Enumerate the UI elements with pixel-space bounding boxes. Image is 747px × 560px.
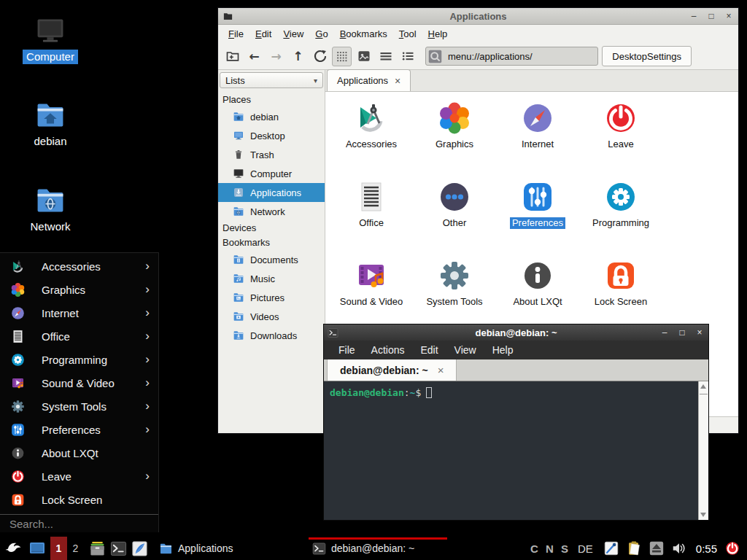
menu-item-label: Lock Screen xyxy=(42,494,150,506)
sidebar-item-pictures[interactable]: Pictures xyxy=(218,288,325,307)
icon-view-button[interactable] xyxy=(332,47,352,66)
start-menu-item-about-lxqt[interactable]: About LXQt xyxy=(0,441,158,464)
start-menu-button[interactable] xyxy=(4,539,23,558)
desktop-icon-computer[interactable]: Computer xyxy=(12,15,88,64)
music-folder-icon xyxy=(233,273,244,284)
thumbnail-view-button[interactable] xyxy=(354,47,374,66)
start-menu-item-sound-video[interactable]: Sound & Video › xyxy=(0,371,158,394)
sidebar-item-network[interactable]: Network xyxy=(218,202,325,221)
terminal-tab[interactable]: debian@debian: ~ × xyxy=(327,359,457,381)
detailed-list-button[interactable] xyxy=(398,47,417,66)
sidebar-item-music[interactable]: Music xyxy=(218,269,325,288)
fm-menu-bookmarks[interactable]: Bookmarks xyxy=(334,28,393,39)
close-button[interactable]: × xyxy=(724,11,734,21)
screenshot-tray-icon[interactable] xyxy=(603,540,619,556)
sidebar-item-videos[interactable]: Videos xyxy=(218,307,325,326)
app-icon-other[interactable]: Other xyxy=(413,179,496,258)
sidebar-item-documents[interactable]: Documents xyxy=(218,250,325,269)
pager-desktop-1[interactable]: 1 xyxy=(50,537,67,560)
pager-desktop-2[interactable]: 2 xyxy=(67,537,84,560)
terminal-launcher-icon[interactable] xyxy=(110,540,127,557)
minimize-button[interactable]: – xyxy=(689,11,699,21)
app-label: Leave xyxy=(608,139,633,150)
sidebar-item-computer[interactable]: Computer xyxy=(218,164,325,183)
sidebar-item-downloads[interactable]: Downloads xyxy=(218,326,325,345)
close-button[interactable]: × xyxy=(694,327,705,338)
sidebar-item-trash[interactable]: Trash xyxy=(218,145,325,164)
start-menu-item-accessories[interactable]: Accessories › xyxy=(0,254,158,278)
desktop-icon-network[interactable]: Network xyxy=(12,184,88,234)
app-icon-preferences[interactable]: Preferences xyxy=(496,179,579,258)
start-menu-item-lock-screen[interactable]: Lock Screen xyxy=(0,488,158,511)
terminal-menu-help[interactable]: Help xyxy=(484,344,522,356)
app-icon-graphics[interactable]: Graphics xyxy=(413,101,496,179)
app-icon-office[interactable]: Office xyxy=(330,179,413,258)
app-icon-accessories[interactable]: Accessories xyxy=(330,101,413,179)
forward-button[interactable]: → xyxy=(266,47,286,66)
terminal-menu-file[interactable]: File xyxy=(330,344,363,356)
tab-close-icon[interactable]: × xyxy=(395,75,400,87)
start-menu-item-leave[interactable]: Leave › xyxy=(0,464,158,488)
task-terminal[interactable]: debian@debian: ~ xyxy=(309,537,454,560)
featherpad-launcher-icon[interactable] xyxy=(131,540,148,557)
search-input[interactable]: Search... xyxy=(0,515,158,533)
start-menu-item-system-tools[interactable]: System Tools › xyxy=(0,394,158,418)
fm-menu-view[interactable]: View xyxy=(277,28,309,39)
reload-button[interactable] xyxy=(310,47,330,66)
places-header: Places xyxy=(218,93,325,107)
fm-menu-help[interactable]: Help xyxy=(422,28,454,39)
terminal-titlebar[interactable]: debian@debian: ~ – □ × xyxy=(324,324,708,341)
sidebar-item-debian[interactable]: debian xyxy=(218,107,325,126)
scrollbar-thumb[interactable] xyxy=(700,394,708,394)
start-menu-item-graphics[interactable]: Graphics › xyxy=(0,278,158,301)
app-icon-internet[interactable]: Internet xyxy=(496,101,579,179)
sidebar-item-desktop[interactable]: Desktop xyxy=(218,126,325,145)
start-menu-item-programming[interactable]: Programming › xyxy=(0,348,158,371)
keyboard-layout-indicator[interactable]: DE xyxy=(578,542,593,555)
maximize-button[interactable]: □ xyxy=(706,11,716,21)
start-menu-item-internet[interactable]: Internet › xyxy=(0,301,158,324)
clock[interactable]: 0:55 xyxy=(696,542,717,555)
terminal-content[interactable]: debian@debian:~$ xyxy=(324,381,708,520)
sidebar-item-applications[interactable]: Applications xyxy=(218,183,325,202)
shutdown-button[interactable] xyxy=(724,540,740,556)
removable-media-tray-icon[interactable] xyxy=(649,540,665,556)
terminal-menu-view[interactable]: View xyxy=(446,344,484,356)
fm-menu-go[interactable]: Go xyxy=(309,28,333,39)
back-button[interactable]: ← xyxy=(244,47,264,66)
app-icon-leave[interactable]: Leave xyxy=(579,101,662,179)
fm-sidebar: Lists ▾ Places debian Desktop Trash Comp… xyxy=(218,70,325,433)
task-applications[interactable]: Applications xyxy=(155,537,301,560)
address-bar[interactable]: menu://applications/ xyxy=(425,47,598,66)
compact-view-button[interactable] xyxy=(376,47,395,66)
app-icon-programming[interactable]: Programming xyxy=(579,179,662,258)
tab-close-icon[interactable]: × xyxy=(438,364,444,376)
menu-item-label: Internet xyxy=(42,307,145,319)
up-button[interactable]: ↑ xyxy=(288,47,308,66)
desktop-settings-button[interactable]: DesktopSettings xyxy=(602,46,692,66)
minimize-button[interactable]: – xyxy=(659,327,670,338)
desktop-icon-debian[interactable]: debian xyxy=(12,99,88,149)
file-manager-launcher-icon[interactable] xyxy=(89,540,106,557)
maximize-button[interactable]: □ xyxy=(677,327,687,338)
app-label: Graphics xyxy=(436,139,473,150)
show-desktop-button[interactable] xyxy=(28,540,47,558)
scrollbar[interactable] xyxy=(698,381,708,520)
fm-menu-tool[interactable]: Tool xyxy=(393,28,422,39)
tab-applications[interactable]: Applications × xyxy=(327,69,411,91)
fm-menu-file[interactable]: File xyxy=(222,28,249,39)
leave-icon xyxy=(10,469,26,484)
terminal-menu-actions[interactable]: Actions xyxy=(363,344,413,356)
sidebar-mode-selector[interactable]: Lists ▾ xyxy=(220,72,323,88)
fm-titlebar[interactable]: Applications – □ × xyxy=(218,8,738,25)
fm-menu-edit[interactable]: Edit xyxy=(249,28,277,39)
start-menu-item-preferences[interactable]: Preferences › xyxy=(0,418,158,441)
new-tab-button[interactable] xyxy=(222,47,242,66)
terminal-menu-edit[interactable]: Edit xyxy=(412,344,446,356)
clipboard-tray-icon[interactable] xyxy=(626,540,642,556)
scroll-up-icon[interactable] xyxy=(700,384,706,389)
start-menu-item-office[interactable]: Office › xyxy=(0,324,158,348)
scroll-down-icon[interactable] xyxy=(700,513,706,517)
volume-tray-icon[interactable] xyxy=(671,540,687,556)
active-task-indicator xyxy=(309,537,447,540)
